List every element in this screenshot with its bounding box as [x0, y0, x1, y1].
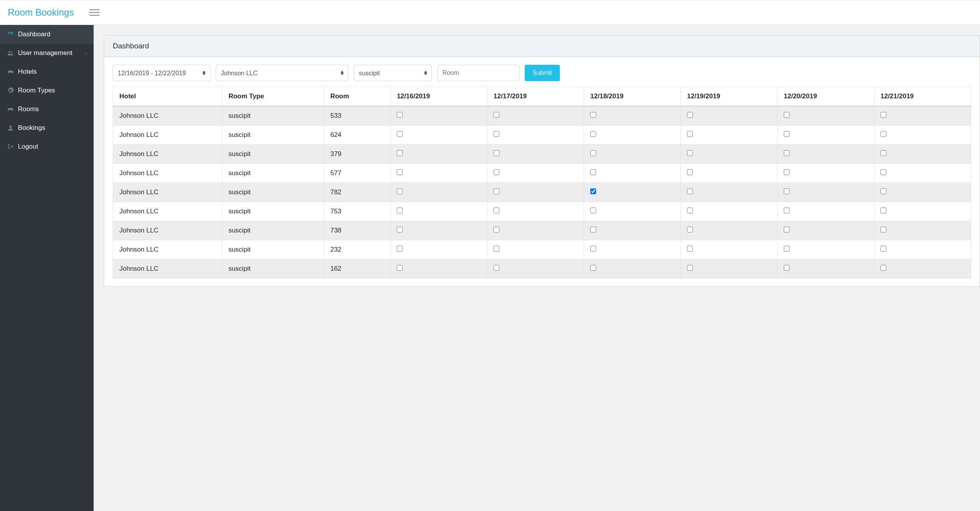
availability-checkbox[interactable] — [687, 169, 693, 175]
availability-checkbox[interactable] — [687, 227, 693, 232]
availability-checkbox[interactable] — [494, 188, 499, 194]
sidebar-item-room-types[interactable]: Room Types — [0, 81, 94, 100]
cell-room: 533 — [324, 106, 390, 126]
brand-link[interactable]: Room Bookings — [8, 7, 74, 18]
availability-checkbox[interactable] — [494, 150, 499, 156]
availability-checkbox[interactable] — [687, 112, 693, 118]
main-content: Dashboard 12/16/2019 - 12/22/2019 Johnso… — [94, 25, 980, 511]
availability-checkbox[interactable] — [397, 112, 403, 118]
availability-checkbox[interactable] — [784, 131, 790, 137]
cell-availability — [584, 183, 681, 202]
cell-availability — [874, 259, 971, 279]
sidebar-item-logout[interactable]: Logout — [0, 137, 94, 156]
availability-checkbox[interactable] — [784, 246, 790, 252]
sidebar-item-rooms[interactable]: Rooms — [0, 100, 94, 119]
availability-checkbox[interactable] — [784, 265, 790, 271]
room-input[interactable] — [437, 65, 519, 81]
availability-checkbox[interactable] — [784, 227, 790, 232]
availability-checkbox[interactable] — [397, 131, 403, 137]
availability-checkbox[interactable] — [881, 188, 886, 194]
availability-checkbox[interactable] — [397, 265, 403, 271]
date-range-select[interactable]: 12/16/2019 - 12/22/2019 — [113, 65, 210, 81]
availability-checkbox[interactable] — [687, 208, 693, 213]
sidebar-item-bookings[interactable]: Bookings — [0, 119, 94, 137]
availability-checkbox[interactable] — [397, 150, 403, 156]
availability-checkbox[interactable] — [687, 246, 693, 252]
cell-availability — [487, 183, 584, 202]
availability-checkbox[interactable] — [494, 265, 499, 271]
availability-checkbox[interactable] — [397, 208, 403, 213]
sidebar-item-label: Dashboard — [18, 30, 87, 38]
availability-checkbox[interactable] — [881, 265, 886, 271]
cell-room: 232 — [324, 240, 390, 259]
dashboard-card: Dashboard 12/16/2019 - 12/22/2019 Johnso… — [104, 35, 980, 287]
availability-checkbox[interactable] — [590, 188, 596, 194]
availability-checkbox[interactable] — [397, 227, 403, 232]
cell-availability — [391, 106, 487, 126]
availability-checkbox[interactable] — [784, 169, 790, 175]
availability-checkbox[interactable] — [590, 112, 596, 118]
availability-checkbox[interactable] — [494, 112, 499, 118]
availability-checkbox[interactable] — [784, 208, 790, 213]
user-icon — [7, 124, 18, 131]
availability-checkbox[interactable] — [784, 150, 790, 156]
availability-checkbox[interactable] — [881, 169, 886, 175]
availability-checkbox[interactable] — [881, 208, 886, 213]
availability-checkbox[interactable] — [881, 131, 886, 137]
availability-checkbox[interactable] — [687, 265, 693, 271]
availability-checkbox[interactable] — [784, 188, 790, 194]
availability-checkbox[interactable] — [397, 246, 403, 252]
hotel-select[interactable]: Johnson LLC — [216, 65, 348, 81]
cell-room: 738 — [324, 221, 390, 240]
availability-checkbox[interactable] — [590, 208, 596, 213]
availability-checkbox[interactable] — [397, 188, 403, 194]
availability-checkbox[interactable] — [881, 227, 886, 232]
bookings-table: HotelRoom TypeRoom12/16/201912/17/201912… — [113, 87, 971, 279]
availability-checkbox[interactable] — [590, 150, 596, 156]
availability-checkbox[interactable] — [494, 246, 499, 252]
cell-availability — [584, 145, 681, 164]
cell-room: 577 — [324, 164, 390, 183]
availability-checkbox[interactable] — [687, 188, 693, 194]
menu-toggle-icon[interactable] — [89, 9, 99, 16]
cell-room: 379 — [324, 145, 390, 164]
cell-hotel: Johnson LLC — [113, 183, 222, 202]
availability-checkbox[interactable] — [881, 150, 886, 156]
availability-checkbox[interactable] — [881, 246, 886, 252]
availability-checkbox[interactable] — [590, 131, 596, 137]
availability-checkbox[interactable] — [494, 208, 499, 213]
availability-checkbox[interactable] — [397, 169, 403, 175]
cell-room: 782 — [324, 183, 390, 202]
cell-availability — [487, 221, 584, 240]
cell-availability — [681, 164, 778, 183]
cell-hotel: Johnson LLC — [113, 240, 222, 259]
cell-availability — [778, 221, 874, 240]
cell-availability — [487, 145, 584, 164]
table-header: 12/18/2019 — [584, 87, 681, 106]
availability-checkbox[interactable] — [590, 227, 596, 232]
filter-row: 12/16/2019 - 12/22/2019 Johnson LLC susc… — [113, 65, 971, 81]
cell-availability — [778, 202, 874, 221]
availability-checkbox[interactable] — [494, 131, 499, 137]
availability-checkbox[interactable] — [590, 246, 596, 252]
submit-button[interactable]: Submit — [525, 65, 560, 81]
availability-checkbox[interactable] — [784, 112, 790, 118]
cell-availability — [584, 259, 681, 279]
cell-availability — [681, 183, 778, 202]
table-header: 12/16/2019 — [391, 87, 487, 106]
availability-checkbox[interactable] — [590, 265, 596, 271]
room-type-select[interactable]: suscipit — [354, 65, 432, 81]
availability-checkbox[interactable] — [881, 112, 886, 118]
table-header: 12/19/2019 — [681, 87, 778, 106]
sidebar-item-dashboard[interactable]: Dashboard — [0, 25, 94, 44]
sidebar-item-user-management[interactable]: User management‹ — [0, 44, 94, 62]
logout-icon — [7, 143, 18, 150]
availability-checkbox[interactable] — [494, 227, 499, 232]
sidebar-item-hotels[interactable]: Hotels — [0, 62, 94, 81]
availability-checkbox[interactable] — [687, 150, 693, 156]
cell-availability — [584, 126, 681, 145]
cell-availability — [584, 164, 681, 183]
availability-checkbox[interactable] — [687, 131, 693, 137]
availability-checkbox[interactable] — [590, 169, 596, 175]
availability-checkbox[interactable] — [494, 169, 499, 175]
